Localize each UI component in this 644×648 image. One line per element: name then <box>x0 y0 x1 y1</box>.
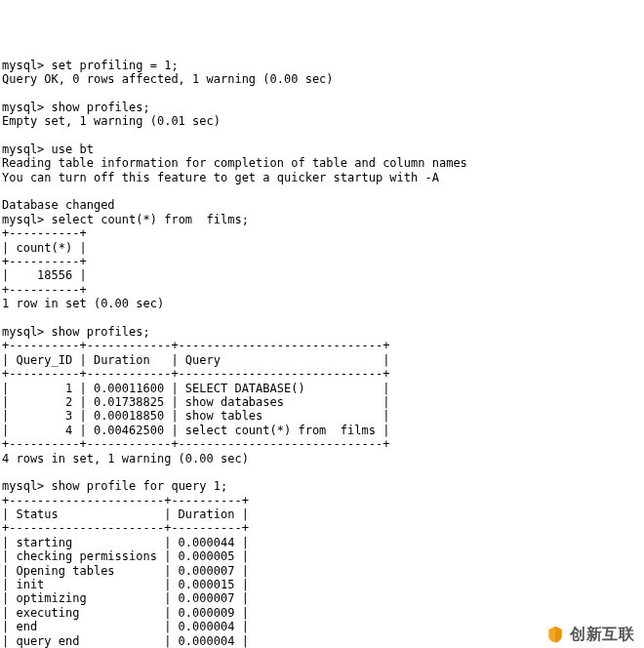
table-row: | optimizing | 0.000007 | <box>2 591 249 605</box>
prompt: mysql> <box>2 59 44 72</box>
table-header: | Query_ID | Duration | Query | <box>2 353 389 367</box>
result-line: Database changed <box>2 198 115 212</box>
table-border: +----------+------------+---------------… <box>2 339 389 352</box>
command-show-profiles: show profiles; <box>52 101 150 114</box>
result-line: You can turn off this feature to get a q… <box>2 171 439 184</box>
table-border: +----------+ <box>2 226 87 240</box>
command-use-db: use bt <box>52 142 94 156</box>
table-row: | executing | 0.000009 | <box>2 606 249 620</box>
table-row: | 3 | 0.00018850 | show tables | <box>2 409 389 423</box>
prompt: mysql> <box>2 101 44 114</box>
result-line: Query OK, 0 rows affected, 1 warning (0.… <box>2 72 334 86</box>
prompt: mysql> <box>2 479 44 493</box>
table-row: | 2 | 0.01738825 | show databases | <box>2 395 389 409</box>
table-row: | query end | 0.000004 | <box>2 634 249 648</box>
table-border: +----------+------------+---------------… <box>2 437 389 451</box>
table-header: | Status | Duration | <box>2 507 249 521</box>
command-select-count: select count(*) from films; <box>52 213 249 226</box>
table-header: | count(*) | <box>2 241 87 255</box>
prompt: mysql> <box>2 142 44 156</box>
prompt: mysql> <box>2 213 44 226</box>
prompt: mysql> <box>2 325 44 339</box>
table-row: | 1 | 0.00011600 | SELECT DATABASE() | <box>2 382 389 395</box>
command-set-profiling: set profiling = 1; <box>52 59 179 72</box>
table-row: | Opening tables | 0.000007 | <box>2 564 249 578</box>
table-row: | 4 | 0.00462500 | select count(*) from … <box>2 424 389 437</box>
watermark-logo-icon <box>545 625 565 644</box>
command-show-profile-query: show profile for query 1; <box>52 479 228 493</box>
command-show-profiles: show profiles; <box>52 325 150 339</box>
result-line: Reading table information for completion… <box>2 156 467 170</box>
table-row: | starting | 0.000044 | <box>2 536 249 549</box>
watermark: 创新互联 <box>536 621 644 648</box>
table-border: +----------+ <box>2 255 87 268</box>
table-border: +----------+------------+---------------… <box>2 367 389 381</box>
table-row: | 18556 | <box>2 268 87 282</box>
table-border: +----------+ <box>2 283 87 297</box>
result-line: 4 rows in set, 1 warning (0.00 sec) <box>2 452 249 466</box>
table-border: +----------------------+----------+ <box>2 494 249 507</box>
result-line: Empty set, 1 warning (0.01 sec) <box>2 114 221 128</box>
table-row: | init | 0.000015 | <box>2 578 249 591</box>
table-border: +----------------------+----------+ <box>2 521 249 535</box>
table-row: | checking permissions | 0.000005 | <box>2 549 249 563</box>
watermark-text: 创新互联 <box>570 625 634 643</box>
result-line: 1 row in set (0.00 sec) <box>2 297 164 310</box>
table-row: | end | 0.000004 | <box>2 620 249 633</box>
